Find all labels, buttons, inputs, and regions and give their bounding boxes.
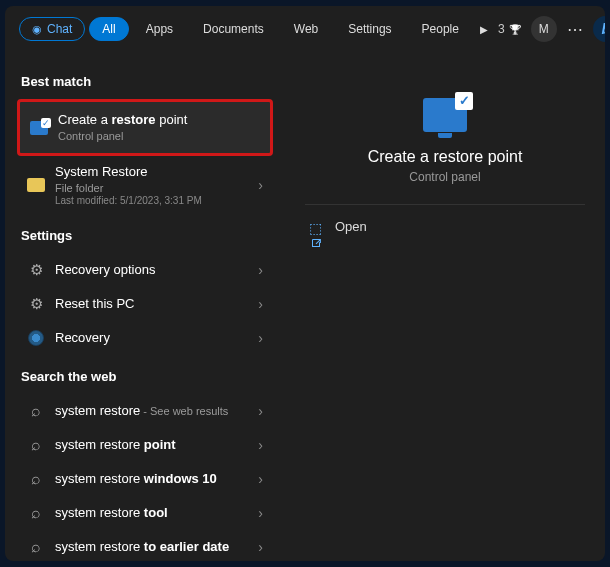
- monitor-check-icon: [30, 119, 48, 137]
- result-text: Create a restore point Control panel: [58, 112, 260, 143]
- trophy-icon: [509, 22, 521, 36]
- chevron-right-icon: [258, 539, 263, 555]
- user-initial: M: [539, 22, 549, 36]
- result-text: System Restore File folder Last modified…: [55, 164, 248, 206]
- search-icon: [27, 504, 45, 522]
- result-title: System Restore: [55, 164, 248, 181]
- tab-all[interactable]: All: [89, 17, 128, 41]
- result-title: Create a restore point: [58, 112, 260, 129]
- result-subtitle: File folder: [55, 181, 248, 195]
- chevron-right-icon: [258, 471, 263, 487]
- result-create-restore-point[interactable]: Create a restore point Control panel: [17, 99, 273, 156]
- web-result-restore-point[interactable]: system restore point: [17, 428, 273, 462]
- section-best-match: Best match: [21, 74, 273, 89]
- tab-label: People: [422, 22, 459, 36]
- search-icon: [27, 402, 45, 420]
- chevron-right-icon: [258, 505, 263, 521]
- tab-label: Documents: [203, 22, 264, 36]
- gear-icon: [27, 295, 45, 313]
- tab-label: Web: [294, 22, 318, 36]
- tab-people[interactable]: People: [409, 17, 472, 41]
- action-label: Open: [335, 219, 367, 234]
- result-title: system restore - See web results: [55, 403, 248, 420]
- web-result-system-restore[interactable]: system restore - See web results: [17, 394, 273, 428]
- chevron-right-icon: [258, 177, 263, 193]
- tab-documents[interactable]: Documents: [190, 17, 277, 41]
- play-icon[interactable]: [480, 22, 488, 36]
- body-area: Best match Create a restore point Contro…: [5, 52, 605, 561]
- monitor-check-icon: [423, 98, 467, 132]
- preview-pane: Create a restore point Control panel Ope…: [285, 52, 605, 561]
- tab-web[interactable]: Web: [281, 17, 331, 41]
- open-external-icon: [309, 220, 323, 234]
- more-icon[interactable]: [567, 20, 583, 39]
- result-title: Recovery: [55, 330, 248, 347]
- search-icon: [27, 538, 45, 556]
- result-meta: Last modified: 5/1/2023, 3:31 PM: [55, 195, 248, 206]
- tab-label: Chat: [47, 22, 72, 36]
- chevron-right-icon: [258, 437, 263, 453]
- rewards-count: 3: [498, 22, 505, 36]
- right-controls: 3 M: [480, 16, 605, 42]
- bing-icon: [601, 21, 605, 37]
- search-icon: [27, 436, 45, 454]
- divider: [305, 204, 585, 205]
- preview-icon-area: [305, 98, 585, 138]
- search-results-panel: Chat All Apps Documents Web Settings Peo…: [5, 6, 605, 561]
- results-column: Best match Create a restore point Contro…: [5, 52, 285, 561]
- result-recovery-options[interactable]: Recovery options: [17, 253, 273, 287]
- search-icon: [27, 470, 45, 488]
- result-title: Recovery options: [55, 262, 248, 279]
- result-recovery[interactable]: Recovery: [17, 321, 273, 355]
- tab-settings[interactable]: Settings: [335, 17, 404, 41]
- user-avatar[interactable]: M: [531, 16, 557, 42]
- result-system-restore-folder[interactable]: System Restore File folder Last modified…: [17, 156, 273, 214]
- result-title: system restore tool: [55, 505, 248, 522]
- chevron-right-icon: [258, 262, 263, 278]
- section-search-web: Search the web: [21, 369, 273, 384]
- chevron-right-icon: [258, 330, 263, 346]
- tab-label: Settings: [348, 22, 391, 36]
- tab-label: Apps: [146, 22, 173, 36]
- web-result-windows-10[interactable]: system restore windows 10: [17, 462, 273, 496]
- chevron-right-icon: [258, 403, 263, 419]
- gear-icon: [27, 261, 45, 279]
- recovery-icon: [27, 329, 45, 347]
- tabs-bar: Chat All Apps Documents Web Settings Peo…: [5, 6, 605, 52]
- tab-chat[interactable]: Chat: [19, 17, 85, 41]
- result-title: Reset this PC: [55, 296, 248, 313]
- tab-apps[interactable]: Apps: [133, 17, 186, 41]
- chevron-right-icon: [258, 296, 263, 312]
- preview-subtitle: Control panel: [305, 170, 585, 184]
- preview-title: Create a restore point: [305, 148, 585, 166]
- tab-label: All: [102, 22, 115, 36]
- chat-icon: [32, 22, 42, 36]
- result-title: system restore to earlier date: [55, 539, 248, 556]
- result-subtitle: Control panel: [58, 129, 260, 143]
- rewards-badge[interactable]: 3: [498, 22, 521, 36]
- action-open[interactable]: Open: [305, 209, 585, 244]
- web-result-tool[interactable]: system restore tool: [17, 496, 273, 530]
- result-title: system restore point: [55, 437, 248, 454]
- result-reset-pc[interactable]: Reset this PC: [17, 287, 273, 321]
- web-result-earlier-date[interactable]: system restore to earlier date: [17, 530, 273, 561]
- section-settings: Settings: [21, 228, 273, 243]
- result-title: system restore windows 10: [55, 471, 248, 488]
- folder-icon: [27, 176, 45, 194]
- bing-button[interactable]: [593, 16, 605, 42]
